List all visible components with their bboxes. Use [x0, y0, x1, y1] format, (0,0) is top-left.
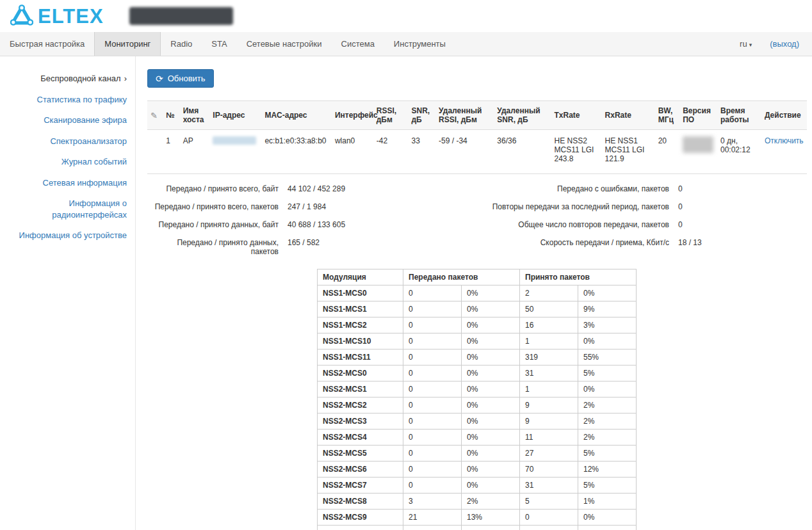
logout-link[interactable]: (выход): [770, 39, 799, 49]
modulation-value: 0: [403, 462, 462, 478]
nav-tab[interactable]: Radio: [161, 32, 202, 56]
nav-tab[interactable]: Система: [332, 32, 384, 56]
rx-packets-col-header: Принято пакетов: [520, 269, 637, 285]
client-remote-rssi: -59 / -34: [435, 130, 494, 174]
client-edit-cell: [147, 130, 163, 174]
modulation-value: 0%: [462, 398, 520, 414]
sidebar-item[interactable]: Информация о радиоинтерфейсах: [0, 198, 127, 220]
modulation-value: 1: [520, 381, 578, 398]
sidebar-item[interactable]: Сканирование эфира: [0, 115, 127, 126]
language-selector[interactable]: ru▾: [740, 39, 752, 49]
modulation-name: NSS1-MCS1: [318, 301, 403, 317]
client-action-cell: Отключить: [761, 130, 807, 174]
modulation-value: 319: [520, 349, 578, 365]
modulation-value: 0: [403, 398, 462, 414]
clients-table-header-row: ✎ № Имя хоста IP-адрес MAC-адрес Интерфе…: [147, 101, 807, 130]
modulation-name: NSS2-MCS6: [318, 462, 403, 478]
modulation-value: 0%: [462, 446, 520, 462]
modulation-name: NSS2-MCS0: [318, 365, 403, 381]
client-mac: ec:b1:e0:33:a8:b0: [261, 130, 331, 174]
modulation-value: 0: [403, 333, 462, 349]
modulation-value: 1%: [578, 494, 637, 510]
brand-name: ELTEX: [38, 6, 104, 26]
tx-packets-col-header: Передано пакетов: [403, 269, 520, 285]
modulation-value: 2: [520, 285, 578, 301]
refresh-button[interactable]: ⟳ Обновить: [147, 69, 214, 88]
sidebar-item[interactable]: Статистика по трафику: [0, 94, 127, 106]
modulation-value: 27: [520, 446, 578, 462]
disconnect-link[interactable]: Отключить: [765, 136, 804, 145]
sidebar-item-label: Сетевая информация: [43, 178, 127, 188]
refresh-icon: ⟳: [156, 74, 163, 83]
modulation-name: NSS2-MCS8: [318, 494, 403, 510]
modulation-name: NSS2-MCS4: [318, 430, 403, 446]
nav-tab[interactable]: Инструменты: [384, 32, 455, 56]
col-action: Действие: [761, 101, 807, 130]
nav-tab[interactable]: Сетевые настройки: [237, 32, 332, 56]
col-hostname: Имя хоста: [180, 101, 210, 130]
col-fw-version: Версия ПО: [679, 101, 717, 130]
modulation-name: NSS2-MCS1: [318, 381, 403, 398]
stat-label: Передано / принято всего, пакетов: [147, 202, 279, 211]
modulation-value: 0%: [578, 381, 637, 398]
modulation-value: 31: [520, 478, 578, 494]
client-txrate: HE NSS2 MCS11 LGI 243.8: [551, 130, 602, 174]
modulation-value: 0%: [462, 414, 520, 430]
modulation-value: 3%: [578, 317, 637, 333]
stat-value: 247 / 1 984: [279, 202, 326, 211]
modulation-row: NSS1-MCS1000%10%: [318, 333, 637, 349]
modulation-value: 12%: [462, 526, 520, 530]
modulation-value: 5%: [578, 446, 637, 462]
modulation-value: 50: [520, 301, 578, 317]
modulation-value: 0%: [462, 333, 520, 349]
modulation-value: 2%: [578, 398, 637, 414]
stat-value: 44 102 / 452 289: [279, 184, 345, 193]
col-snr: SNR, дБ: [408, 101, 435, 130]
nav-tab[interactable]: Мониторинг: [94, 32, 161, 56]
stat-label: Передано / принято данных, пакетов: [147, 238, 279, 256]
sidebar-item[interactable]: Информация об устройстве: [0, 230, 127, 241]
modulation-row: NSS1-MCS200%163%: [318, 317, 637, 333]
modulation-table-body: NSS1-MCS000%20%NSS1-MCS100%509%NSS1-MCS2…: [318, 285, 637, 530]
stat-label: Скорость передачи / приема, Кбит/с: [477, 238, 669, 247]
nav-tab[interactable]: Быстрая настройка: [0, 32, 94, 56]
modulation-value: 0%: [462, 317, 520, 333]
stat-label: Передано / принято данных, байт: [147, 220, 279, 229]
modulation-value: 11: [520, 430, 578, 446]
col-remote-snr: Удаленный SNR, дБ: [494, 101, 551, 130]
col-txrate: TxRate: [551, 101, 602, 130]
modulation-row: NSS2-MCS200%92%: [318, 398, 637, 414]
client-num: 1: [163, 130, 179, 174]
stat-value: 40 688 / 133 605: [279, 220, 345, 229]
modulation-name: NSS2-MCS3: [318, 414, 403, 430]
sidebar-menu: Беспроводной канал›Статистика по трафику…: [0, 56, 136, 530]
traffic-stats: Передано / принято всего, байт44 102 / 4…: [147, 184, 807, 265]
col-num: №: [163, 101, 179, 130]
modulation-value: 31: [520, 365, 578, 381]
col-bw: BW, МГц: [655, 101, 680, 130]
modulation-row: NSS2-MCS832%51%: [318, 494, 637, 510]
client-bw: 20: [655, 130, 680, 174]
modulation-value: 0%: [462, 430, 520, 446]
sidebar-item[interactable]: Спектроанализатор: [0, 136, 127, 147]
modulation-name: NSS2-MCS2: [318, 398, 403, 414]
modulation-value: 0%: [462, 349, 520, 365]
modulation-value: 9: [520, 414, 578, 430]
modulation-name: NSS1-MCS11: [318, 349, 403, 365]
col-rssi: RSSI, дБм: [373, 101, 409, 130]
modulation-value: 9%: [578, 301, 637, 317]
main-content: ⟳ Обновить ✎ № Имя хоста IP-адрес MAC-ад…: [136, 56, 812, 530]
main-nav: Быстрая настройкаМониторингRadioSTAСетев…: [0, 32, 812, 56]
modulation-value: 16: [520, 317, 578, 333]
sidebar-item[interactable]: Журнал событий: [0, 156, 127, 168]
nav-tab[interactable]: STA: [202, 32, 236, 56]
sidebar-item[interactable]: Беспроводной канал›: [0, 73, 127, 84]
modulation-name: NSS1-MCS0: [318, 285, 403, 301]
client-interface: wlan0: [332, 130, 373, 174]
sidebar-item[interactable]: Сетевая информация: [0, 177, 127, 189]
client-uptime: 0 дн, 00:02:12: [717, 130, 761, 174]
modulation-value: 0: [403, 301, 462, 317]
col-ip: IP-адрес: [209, 101, 261, 130]
stats-column-left: Передано / принято всего, байт44 102 / 4…: [147, 184, 477, 265]
sidebar-item-label: Беспроводной канал: [40, 74, 121, 83]
